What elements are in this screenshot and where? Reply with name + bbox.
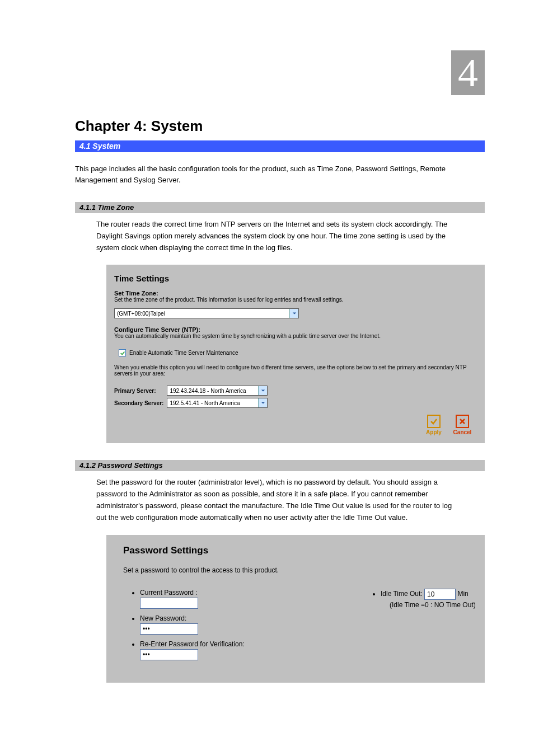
section-bar-system: 4.1 System: [75, 140, 485, 152]
reenter-password-input[interactable]: •••: [140, 649, 198, 660]
new-password-label: New Password:: [140, 614, 186, 622]
cancel-button-label: Cancel: [453, 429, 472, 435]
password-intro-text: Set the password for the router (adminis…: [96, 477, 459, 523]
password-settings-sub: Set a password to control the access to …: [123, 566, 476, 574]
ntp-label: Configure Time Server (NTP):: [114, 326, 477, 333]
chapter-number-badge: 4: [451, 50, 485, 95]
current-password-input[interactable]: [140, 598, 198, 609]
set-time-zone-label: Set Time Zone:: [114, 290, 477, 297]
close-icon: [456, 415, 469, 428]
apply-button[interactable]: Apply: [420, 415, 447, 435]
reenter-password-item: Re-Enter Password for Verification: •••: [140, 640, 364, 660]
secondary-server-label: Secondary Server:: [114, 397, 167, 409]
time-zone-select-value: (GMT+08:00)Taipei: [117, 311, 165, 317]
secondary-server-select[interactable]: 192.5.41.41 - North America: [167, 398, 268, 408]
new-password-item: New Password: •••: [140, 614, 364, 635]
chevron-down-icon[interactable]: [258, 386, 267, 395]
set-time-zone-desc: Set the time zone of the product. This i…: [114, 297, 477, 303]
enable-ntp-checkbox[interactable]: [119, 349, 126, 356]
time-settings-panel: Time Settings Set Time Zone: Set the tim…: [106, 265, 485, 443]
secondary-server-select-value: 192.5.41.41 - North America: [170, 400, 240, 406]
chapter-title: Chapter 4: System: [75, 118, 534, 135]
new-password-input[interactable]: •••: [140, 623, 198, 635]
idle-timeout-label: Idle Time Out:: [381, 590, 423, 598]
check-icon: [427, 415, 441, 428]
primary-server-select[interactable]: 192.43.244.18 - North America: [167, 386, 268, 396]
current-password-item: Current Password :: [140, 589, 364, 609]
reenter-password-label: Re-Enter Password for Verification:: [140, 640, 245, 648]
primary-server-select-value: 192.43.244.18 - North America: [170, 388, 246, 394]
enable-ntp-checkbox-label: Enable Automatic Time Server Maintenance: [129, 350, 238, 356]
password-settings-title: Password Settings: [123, 545, 476, 556]
chevron-down-icon[interactable]: [258, 398, 267, 407]
subsection-bar-timezone: 4.1.1 Time Zone: [75, 202, 485, 213]
time-zone-select[interactable]: (GMT+08:00)Taipei: [114, 308, 299, 318]
system-intro-text: This page includes all the basic configu…: [75, 163, 459, 185]
idle-timeout-unit: Min: [457, 590, 468, 598]
current-password-label: Current Password :: [140, 589, 198, 597]
ntp-desc: You can automatically maintain the syste…: [114, 333, 477, 339]
ntp-servers-note: When you enable this option you will nee…: [114, 364, 477, 377]
primary-server-label: Primary Server:: [114, 384, 167, 397]
apply-button-label: Apply: [426, 429, 442, 435]
ntp-servers-table: Primary Server: 192.43.244.18 - North Am…: [114, 384, 271, 409]
timezone-intro-text: The router reads the correct time from N…: [96, 219, 459, 253]
idle-timeout-item: Idle Time Out: 10 Min (Idle Time =0 : NO…: [381, 589, 476, 609]
idle-timeout-input[interactable]: 10: [424, 589, 456, 600]
idle-timeout-hint: (Idle Time =0 : NO Time Out): [390, 601, 476, 609]
chevron-down-icon[interactable]: [289, 309, 298, 318]
subsection-bar-password: 4.1.2 Password Settings: [75, 460, 485, 471]
password-settings-panel: Password Settings Set a password to cont…: [106, 535, 485, 683]
cancel-button[interactable]: Cancel: [449, 415, 476, 435]
time-settings-title: Time Settings: [114, 274, 477, 283]
